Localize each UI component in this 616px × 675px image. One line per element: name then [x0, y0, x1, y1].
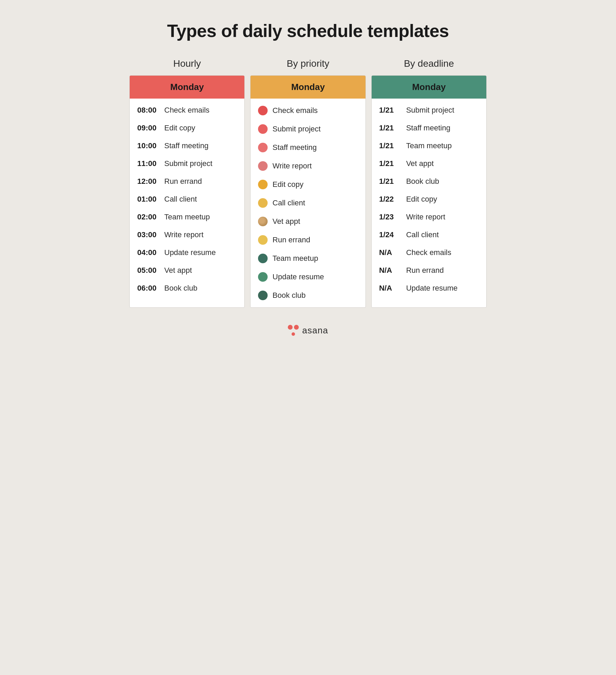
- item-time: 1/21: [379, 159, 401, 168]
- item-label: Edit copy: [164, 124, 195, 132]
- item-time: 03:00: [137, 230, 159, 239]
- list-item: 09:00 Edit copy: [130, 119, 244, 137]
- item-label: Submit project: [272, 125, 321, 133]
- item-label: Edit copy: [406, 195, 437, 204]
- item-time: 1/21: [379, 124, 401, 132]
- priority-dot: [258, 217, 268, 226]
- item-label: Vet appt: [164, 266, 192, 275]
- asana-dot-right: [294, 325, 299, 330]
- list-item: 1/23 Write report: [372, 208, 486, 226]
- item-label: Staff meeting: [406, 124, 450, 132]
- asana-dot-left: [288, 325, 293, 330]
- item-label: Run errand: [406, 266, 444, 275]
- list-item: 03:00 Write report: [130, 226, 244, 244]
- list-item: 1/21 Vet appt: [372, 155, 486, 173]
- priority-dot: [258, 124, 268, 134]
- item-label: Call client: [406, 230, 439, 239]
- priority-dot: [258, 272, 268, 282]
- column-deadline: Monday 1/21 Submit project 1/21 Staff me…: [371, 75, 487, 308]
- priority-dot: [258, 180, 268, 189]
- item-label: Submit project: [406, 106, 454, 115]
- priority-dot: [258, 291, 268, 300]
- list-item: Update resume: [251, 268, 365, 286]
- item-time: N/A: [379, 266, 401, 275]
- item-time: N/A: [379, 248, 401, 257]
- item-time: 11:00: [137, 159, 159, 168]
- header-label-deadline: By deadline: [371, 58, 487, 75]
- list-item: 1/22 Edit copy: [372, 190, 486, 208]
- item-label: Update resume: [272, 272, 324, 281]
- item-time: 01:00: [137, 195, 159, 204]
- item-time: 06:00: [137, 284, 159, 293]
- item-time: 12:00: [137, 177, 159, 186]
- list-item: 10:00 Staff meeting: [130, 137, 244, 155]
- column-body-deadline: 1/21 Submit project 1/21 Staff meeting 1…: [372, 99, 486, 307]
- item-time: 1/24: [379, 230, 401, 239]
- item-label: Staff meeting: [164, 141, 208, 150]
- priority-dot: [258, 235, 268, 245]
- column-body-priority: Check emailsSubmit projectStaff meetingW…: [251, 99, 365, 307]
- list-item: Check emails: [251, 101, 365, 120]
- list-item: Team meetup: [251, 249, 365, 268]
- item-label: Check emails: [272, 106, 318, 115]
- list-item: 05:00 Vet appt: [130, 262, 244, 279]
- item-label: Team meetup: [164, 213, 210, 221]
- asana-top-row: [288, 325, 299, 330]
- asana-dot-bottom: [292, 332, 295, 336]
- list-item: 08:00 Check emails: [130, 101, 244, 119]
- asana-icon-cluster: [288, 325, 299, 336]
- item-time: 09:00: [137, 124, 159, 132]
- item-label: Team meetup: [272, 254, 318, 263]
- item-label: Call client: [164, 195, 197, 204]
- column-header-monday-priority: Monday: [251, 76, 365, 99]
- list-item: 01:00 Call client: [130, 190, 244, 208]
- item-label: Check emails: [406, 248, 451, 257]
- list-item: 1/21 Team meetup: [372, 137, 486, 155]
- item-label: Submit project: [164, 159, 213, 168]
- list-item: N/A Update resume: [372, 279, 486, 297]
- header-label-priority: By priority: [250, 58, 365, 75]
- list-item: Vet appt: [251, 212, 365, 231]
- item-label: Vet appt: [272, 217, 300, 226]
- item-time: N/A: [379, 284, 401, 293]
- list-item: N/A Run errand: [372, 262, 486, 279]
- column-header-monday-hourly: Monday: [130, 76, 244, 99]
- item-label: Check emails: [164, 106, 209, 115]
- asana-logo-icon: [288, 325, 299, 336]
- item-label: Run errand: [164, 177, 202, 186]
- item-time: 1/21: [379, 177, 401, 186]
- asana-brand-name: asana: [302, 325, 328, 336]
- item-label: Update resume: [406, 284, 458, 293]
- list-item: 1/21 Submit project: [372, 101, 486, 119]
- list-item: 02:00 Team meetup: [130, 208, 244, 226]
- column-priority: Monday Check emailsSubmit projectStaff m…: [250, 75, 365, 308]
- list-item: 12:00 Run errand: [130, 173, 244, 190]
- column-body-hourly: 08:00 Check emails 09:00 Edit copy 10:00…: [130, 99, 244, 307]
- list-item: 11:00 Submit project: [130, 155, 244, 173]
- header-label-hourly: Hourly: [129, 58, 245, 75]
- list-item: 1/24 Call client: [372, 226, 486, 244]
- item-time: 02:00: [137, 213, 159, 221]
- item-time: 04:00: [137, 248, 159, 257]
- item-time: 08:00: [137, 106, 159, 115]
- priority-dot: [258, 198, 268, 208]
- item-label: Call client: [272, 199, 305, 207]
- priority-dot: [258, 106, 268, 115]
- priority-dot: [258, 161, 268, 171]
- item-time: 10:00: [137, 141, 159, 150]
- item-time: 1/21: [379, 141, 401, 150]
- page-wrapper: Types of daily schedule templates Hourly…: [127, 14, 489, 336]
- priority-dot: [258, 254, 268, 263]
- page-title: Types of daily schedule templates: [127, 21, 489, 41]
- list-item: Submit project: [251, 120, 365, 138]
- list-item: 1/21 Staff meeting: [372, 119, 486, 137]
- item-time: 1/22: [379, 195, 401, 204]
- list-item: 06:00 Book club: [130, 279, 244, 297]
- list-item: Book club: [251, 286, 365, 305]
- list-item: Staff meeting: [251, 138, 365, 157]
- list-item: Edit copy: [251, 175, 365, 194]
- item-time: 1/23: [379, 213, 401, 221]
- item-label: Book club: [164, 284, 197, 293]
- item-label: Team meetup: [406, 141, 452, 150]
- list-item: 04:00 Update resume: [130, 244, 244, 262]
